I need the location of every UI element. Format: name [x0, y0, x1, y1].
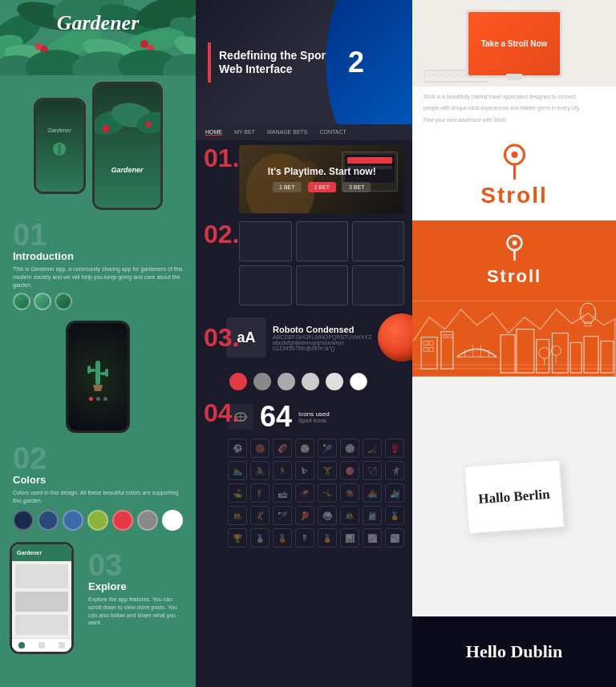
icon-cell-23: 🚣	[363, 483, 382, 503]
jersey-number: 2	[348, 46, 364, 79]
svg-point-26	[102, 125, 109, 132]
nav-home[interactable]: HOME	[205, 129, 222, 135]
bet-btn-2[interactable]: 2 BET	[308, 182, 336, 192]
font-info: Roboto Condensed ABCDEFGHIJKLMNOPQRSTUVW…	[273, 325, 371, 351]
section-04-sports: 04. 64 Icons used Sport icons ⚽ 🏀 🏈 ⚾	[196, 397, 412, 551]
palette-dot-white	[350, 373, 367, 390]
sports-num-01: 01.	[204, 145, 239, 171]
icon-cell-31: 🎽	[363, 506, 382, 525]
palette-dot-gray2	[278, 373, 295, 390]
sports-nav: HOME MY BET MANAGE BETS CONTACT	[196, 124, 412, 140]
svg-point-27	[145, 121, 151, 127]
palette-dot-gray1	[253, 373, 271, 390]
icon-count-row: 64 Icons used Sport icons	[228, 400, 404, 434]
icon-cell-40: 📉	[385, 528, 404, 548]
wireframe-3	[352, 221, 404, 261]
icon-cell-22: 🏇	[340, 483, 359, 503]
monitor-mockup: Take a Stroll Now	[466, 10, 562, 78]
nav-contact[interactable]: CONTACT	[320, 129, 346, 135]
hello-dublin-section: Hello Dublin	[412, 616, 616, 687]
gardener-app-title: Gardener	[57, 11, 140, 34]
icon-sublabel: Sport icons	[298, 418, 330, 423]
playtime-label: It's Playtime. Start now!	[268, 166, 376, 177]
wireframe-grid	[239, 221, 404, 305]
svg-rect-22	[58, 143, 61, 155]
icon-cell-38: 📊	[340, 528, 359, 548]
icon-cell-37: 🏅	[318, 528, 337, 548]
icon-cell-25: 🤼	[228, 506, 247, 525]
icon-cell-34: 🥈	[250, 528, 270, 548]
section-03-text: Explore the app features. You can scroll…	[88, 596, 186, 627]
wireframe-5	[296, 265, 348, 305]
svg-rect-54	[413, 301, 614, 377]
icon-cell-33: 🏆	[228, 528, 247, 548]
icon-cell-5: 🎾	[318, 438, 337, 458]
avatar-2	[34, 293, 51, 310]
section-02-sports: 02.	[196, 218, 412, 309]
svg-rect-42	[435, 73, 441, 76]
svg-rect-32	[105, 369, 108, 377]
icon-cell-36: 🎖	[295, 528, 314, 548]
hello-dublin-label: Hello Dublin	[466, 641, 562, 662]
icon-cell-3: 🏈	[273, 438, 292, 458]
color-palette-row	[220, 366, 412, 397]
icon-cell-7: 🏒	[363, 438, 382, 458]
wireframe-2	[296, 221, 348, 261]
playtime-banner: It's Playtime. Start now! 1 BET 2 BET 3 …	[239, 145, 404, 213]
avatar-3	[55, 293, 72, 310]
section-01-num: 01	[13, 220, 183, 250]
icon-cell-14: 🎯	[340, 461, 359, 480]
svg-rect-45	[459, 73, 465, 76]
icon-cell-4: ⚾	[295, 438, 314, 458]
icon-cell-28: 🏓	[295, 506, 314, 525]
icon-count-label: Icons used	[298, 410, 330, 418]
sports-num-04: 04.	[204, 400, 228, 426]
palette-dot-gray4	[326, 373, 343, 390]
phone-large-center: Gardener	[92, 82, 163, 210]
section-01-intro: 01 Introduction This is Gardener app, a …	[0, 213, 196, 317]
svg-rect-30	[87, 366, 91, 374]
icon-cell-30: 🤼	[340, 506, 359, 525]
section-01-title: Introduction	[13, 250, 183, 262]
swatch-medblue	[63, 510, 83, 531]
section-03-explore: Gardener 03	[0, 542, 196, 654]
icon-cell-35: 🥉	[273, 528, 292, 548]
hello-berlin-label: Hallo Berlin	[478, 487, 550, 507]
stroll-logo-text: Stroll	[480, 183, 548, 208]
section-02-title: Colors	[13, 474, 183, 486]
helmet-decoration: 2	[316, 0, 412, 124]
avatar-1	[13, 293, 30, 310]
section-02-text: Colors used in this design. All these be…	[13, 489, 183, 505]
icon-cell-20: 🛷	[295, 483, 314, 503]
nav-mybet[interactable]: MY BET	[234, 129, 255, 135]
svg-marker-33	[93, 385, 103, 391]
font-nums: abcdefghijklmnopqrstuvwxyz	[273, 340, 371, 346]
berlin-brochure-text: Hallo Berlin	[478, 487, 550, 507]
section-02-colors: 02 Colors Colors used in this design. Al…	[0, 437, 196, 542]
nav-manage[interactable]: MANAGE BETS	[267, 129, 308, 135]
desc-line-2: people with unique local experiences and…	[424, 104, 605, 112]
font-sample-text: aA	[237, 329, 255, 346]
city-svg-graphic	[412, 301, 616, 377]
font-name-label: Roboto Condensed	[273, 325, 371, 334]
icon-cell-32: 🥇	[385, 506, 404, 525]
font-chars: ABCDEFGHIJKLMNOPQRSTUVWXYZ	[273, 334, 371, 340]
stroll-logo-section: Stroll	[412, 131, 616, 220]
icon-cell-29: 🥋	[318, 506, 337, 525]
soccer-ball	[378, 313, 412, 362]
sports-num-03: 03.	[204, 325, 226, 350]
icon-cell-19: 🎿	[273, 483, 292, 503]
section-03-title: Explore	[88, 580, 186, 592]
palette-dot-gray3	[302, 373, 319, 390]
icon-cell-26: 🤾	[250, 506, 270, 525]
svg-rect-43	[443, 73, 449, 76]
swatch-red	[112, 510, 133, 531]
svg-rect-29	[90, 369, 95, 372]
stroll-description-block: Stroll is a beautifully crafted travel a…	[412, 87, 616, 131]
icon-cell-12: ⛷	[295, 461, 314, 480]
bet-btn-1[interactable]: 1 BET	[273, 182, 301, 192]
swatch-blue	[38, 510, 59, 531]
city-illustration	[412, 301, 616, 377]
bet-btn-3[interactable]: 3 BET	[342, 182, 371, 192]
sports-column: Redefining the Sports Betting Web Interf…	[196, 0, 412, 687]
